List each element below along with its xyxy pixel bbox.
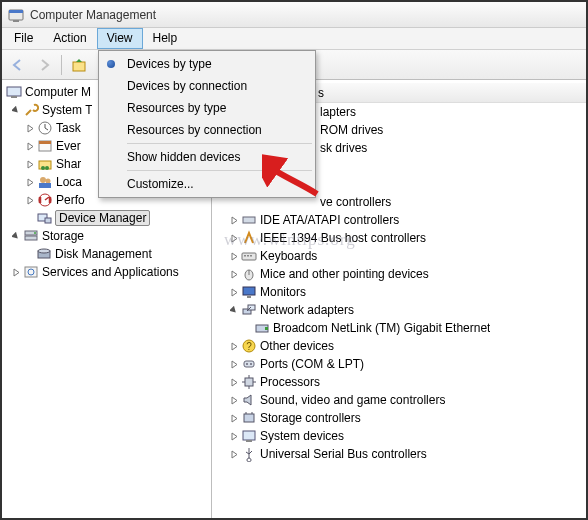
dd-show-hidden[interactable]: Show hidden devices	[101, 146, 313, 168]
svg-rect-49	[244, 414, 254, 422]
services-icon	[23, 264, 39, 280]
node-storage-ctrl[interactable]: Storage controllers	[212, 409, 586, 427]
tree-label: Universal Serial Bus controllers	[260, 447, 427, 461]
expander-closed-icon[interactable]	[228, 340, 240, 352]
node-usb[interactable]: Universal Serial Bus controllers	[212, 445, 586, 463]
menu-action[interactable]: Action	[43, 28, 96, 49]
menu-view[interactable]: View	[97, 28, 143, 49]
tree-label: Task	[56, 121, 81, 135]
forward-button[interactable]	[32, 53, 56, 77]
dd-resources-by-type[interactable]: Resources by type	[101, 97, 313, 119]
dd-label: Resources by connection	[127, 123, 262, 137]
tree-label: Storage controllers	[260, 411, 361, 425]
up-button[interactable]	[67, 53, 91, 77]
tree-storage[interactable]: Storage	[2, 227, 211, 245]
expander-closed-icon[interactable]	[24, 176, 36, 188]
view-dropdown: Devices by type Devices by connection Re…	[98, 50, 316, 198]
disk-icon	[36, 246, 52, 262]
node-ide[interactable]: IDE ATA/ATAPI controllers	[212, 211, 586, 229]
toolbar-sep	[61, 55, 62, 75]
tree-label: IEEE 1394 Bus host controllers	[260, 231, 426, 245]
node-broadcom[interactable]: Broadcom NetLink (TM) Gigabit Ethernet	[212, 319, 586, 337]
svg-point-17	[46, 179, 51, 184]
node-network-adapters[interactable]: Network adapters	[212, 301, 586, 319]
menu-file[interactable]: File	[4, 28, 43, 49]
tree-disk-mgmt[interactable]: Disk Management	[2, 245, 211, 263]
tree-label: IDE ATA/ATAPI controllers	[260, 213, 399, 227]
expander-closed-icon[interactable]	[228, 430, 240, 442]
tree-label: Shar	[56, 157, 81, 171]
svg-rect-45	[244, 361, 254, 367]
svg-rect-51	[246, 440, 252, 442]
tree-label: System devices	[260, 429, 344, 443]
expander-open-icon[interactable]	[10, 104, 22, 116]
expander-closed-icon[interactable]	[24, 158, 36, 170]
node-ieee1394[interactable]: IEEE 1394 Bus host controllers	[212, 229, 586, 247]
expander-closed-icon[interactable]	[228, 358, 240, 370]
svg-rect-32	[247, 255, 249, 257]
expander-closed-icon[interactable]	[228, 232, 240, 244]
dd-devices-by-connection[interactable]: Devices by connection	[101, 75, 313, 97]
svg-rect-50	[243, 431, 255, 440]
svg-rect-23	[25, 236, 37, 240]
dd-devices-by-type[interactable]: Devices by type	[101, 53, 313, 75]
expander-closed-icon[interactable]	[24, 194, 36, 206]
expander-closed-icon[interactable]	[24, 140, 36, 152]
tree-services-apps[interactable]: Services and Applications	[2, 263, 211, 281]
svg-rect-36	[243, 287, 255, 295]
back-button[interactable]	[6, 53, 30, 77]
window-title: Computer Management	[30, 8, 156, 22]
tree-device-manager[interactable]: Device Manager	[2, 209, 211, 227]
tree-label: Sound, video and game controllers	[260, 393, 445, 407]
keyboard-icon	[241, 248, 257, 264]
ide-icon	[241, 212, 257, 228]
expander-closed-icon[interactable]	[10, 266, 22, 278]
node-other-devices[interactable]: ? Other devices	[212, 337, 586, 355]
clock-icon	[37, 120, 53, 136]
svg-point-46	[246, 363, 248, 365]
tree-label: Other devices	[260, 339, 334, 353]
mouse-icon	[241, 266, 257, 282]
shared-folder-icon	[37, 156, 53, 172]
svg-point-47	[250, 363, 252, 365]
svg-point-15	[45, 166, 49, 170]
node-sound[interactable]: Sound, video and game controllers	[212, 391, 586, 409]
expander-closed-icon[interactable]	[228, 394, 240, 406]
svg-rect-31	[244, 255, 246, 257]
dd-customize[interactable]: Customize...	[101, 173, 313, 195]
device-manager-icon	[36, 210, 52, 226]
dd-label: Devices by connection	[127, 79, 247, 93]
network-icon	[241, 302, 257, 318]
expander-closed-icon[interactable]	[228, 268, 240, 280]
expander-closed-icon[interactable]	[228, 412, 240, 424]
tree-label: ROM drives	[320, 123, 383, 137]
node-system-devices[interactable]: System devices	[212, 427, 586, 445]
expander-closed-icon[interactable]	[228, 250, 240, 262]
expander-closed-icon[interactable]	[228, 448, 240, 460]
svg-rect-42	[265, 327, 268, 330]
expander-open-icon[interactable]	[10, 230, 22, 242]
expander-closed-icon[interactable]	[24, 122, 36, 134]
node-monitors[interactable]: Monitors	[212, 283, 586, 301]
tree-label: Ports (COM & LPT)	[260, 357, 364, 371]
node-mice[interactable]: Mice and other pointing devices	[212, 265, 586, 283]
system-device-icon	[241, 428, 257, 444]
users-icon	[37, 174, 53, 190]
node-keyboards[interactable]: Keyboards	[212, 247, 586, 265]
svg-point-26	[38, 249, 50, 253]
svg-rect-2	[13, 20, 19, 22]
dd-resources-by-connection[interactable]: Resources by connection	[101, 119, 313, 141]
svg-rect-48	[245, 378, 253, 386]
expander-open-icon[interactable]	[228, 304, 240, 316]
tree-label: Perfo	[56, 193, 85, 207]
svg-rect-3	[73, 62, 85, 71]
expander-closed-icon[interactable]	[228, 214, 240, 226]
monitor-icon	[241, 284, 257, 300]
expander-closed-icon[interactable]	[228, 376, 240, 388]
tree-label: Monitors	[260, 285, 306, 299]
menu-help[interactable]: Help	[143, 28, 188, 49]
node-ports[interactable]: Ports (COM & LPT)	[212, 355, 586, 373]
expander-closed-icon[interactable]	[228, 286, 240, 298]
tree-label: Loca	[56, 175, 82, 189]
node-processors[interactable]: Processors	[212, 373, 586, 391]
